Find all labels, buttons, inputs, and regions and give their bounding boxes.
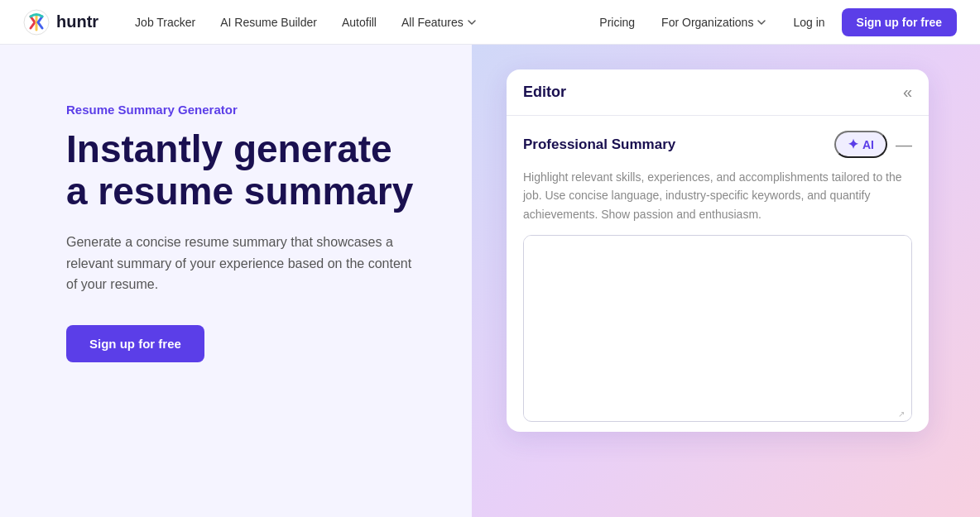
main-content: Resume Summary Generator Instantly gener… [0,45,980,517]
nav-job-tracker[interactable]: Job Tracker [125,11,205,34]
collapse-section-icon[interactable]: — [896,136,912,153]
organizations-chevron-icon [757,17,766,27]
sparkle-icon: ✦ [848,136,858,152]
section-title: Professional Summary [523,136,675,153]
nav-login[interactable]: Log in [783,11,834,34]
ai-button[interactable]: ✦ AI [834,131,887,158]
editor-wrapper: Editor « Professional Summary ✦ AI — Hig… [472,45,980,517]
section-controls: ✦ AI — [834,131,912,158]
editor-section-header: Professional Summary ✦ AI — [523,131,912,158]
navbar: huntr Job Tracker AI Resume Builder Auto… [0,0,980,45]
nav-for-organizations[interactable]: For Organizations [651,11,776,34]
editor-panel: Editor « Professional Summary ✦ AI — Hig… [507,69,929,432]
logo[interactable]: huntr [23,9,98,36]
hero-section: Resume Summary Generator Instantly gener… [0,45,472,517]
editor-section: Professional Summary ✦ AI — Highlight re… [507,116,929,432]
hero-description: Generate a concise resume summary that s… [66,232,414,295]
editor-title: Editor [523,84,566,101]
hero-subtitle: Resume Summary Generator [66,103,422,117]
nav-autofill[interactable]: Autofill [332,11,387,34]
nav-signup-button[interactable]: Sign up for free [842,8,957,36]
hero-signup-button[interactable]: Sign up for free [66,325,204,362]
collapse-icon[interactable]: « [903,83,912,102]
editor-hint: Highlight relevant skills, experiences, … [523,168,912,223]
editor-textarea-wrapper: ↗ [523,235,912,422]
logo-icon [23,9,50,36]
professional-summary-input[interactable] [524,236,911,418]
nav-right: Pricing For Organizations Log in Sign up… [589,8,957,36]
resize-handle-icon: ↗ [898,409,908,419]
logo-text: huntr [56,12,98,31]
nav-links: Job Tracker AI Resume Builder Autofill A… [125,11,589,34]
nav-pricing[interactable]: Pricing [589,11,645,34]
hero-title: Instantly generate a resume summary [66,128,422,212]
editor-header: Editor « [507,69,929,116]
all-features-chevron-icon [467,17,477,27]
nav-all-features[interactable]: All Features [392,11,487,34]
nav-ai-resume-builder[interactable]: AI Resume Builder [210,11,327,34]
